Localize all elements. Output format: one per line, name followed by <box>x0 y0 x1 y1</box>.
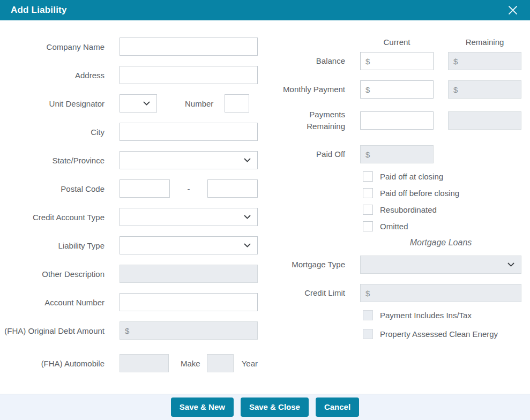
company-name-label: Company Name <box>0 41 104 52</box>
chevron-down-icon <box>507 262 514 267</box>
payments-remaining-row: Payments Remaining <box>282 109 530 132</box>
column-headers-row: Current Remaining <box>282 38 530 47</box>
monthly-payment-current-input[interactable] <box>360 80 434 99</box>
unit-number-input[interactable] <box>225 94 249 112</box>
omitted-row: Omitted <box>282 221 530 231</box>
monthly-payment-label: Monthly Payment <box>282 84 345 95</box>
address-label: Address <box>0 70 104 81</box>
paid-off-at-closing-checkbox[interactable] <box>363 171 373 182</box>
resubordinated-checkbox[interactable] <box>363 205 373 215</box>
dialog-footer: Save & New Save & Close Cancel <box>0 394 530 420</box>
fha-automobile-label: (FHA) Automobile <box>0 358 104 369</box>
mortgage-type-label: Mortgage Type <box>282 259 345 271</box>
property-assessed-clean-energy-label: Property Assessed Clean Energy <box>380 329 498 339</box>
paid-off-before-closing-checkbox[interactable] <box>363 188 373 198</box>
fha-automobile-row: (FHA) Automobile Make Year <box>0 354 271 372</box>
property-assessed-clean-energy-row: Property Assessed Clean Energy <box>282 329 530 339</box>
address-row: Address <box>0 66 271 84</box>
credit-account-type-label: Credit Account Type <box>0 212 104 223</box>
dialog-body: Company Name Address Unit Designator Num… <box>0 20 530 394</box>
mortgage-type-select[interactable] <box>360 256 521 274</box>
automobile-year-input <box>207 354 234 372</box>
chevron-down-icon <box>244 243 251 248</box>
postal-code-input[interactable] <box>120 179 170 198</box>
credit-account-type-select[interactable] <box>120 208 258 226</box>
city-label: City <box>0 126 104 138</box>
postal-code-plus4-input[interactable] <box>207 179 258 198</box>
liability-type-row: Liability Type <box>0 236 271 254</box>
omitted-checkbox[interactable] <box>363 221 373 231</box>
payments-remaining-current-input[interactable] <box>360 111 434 130</box>
monthly-payment-remaining-input <box>448 80 521 99</box>
fha-original-debt-label: (FHA) Original Debt Amount <box>0 325 104 336</box>
credit-limit-input <box>360 284 521 302</box>
unit-designator-row: Unit Designator Number <box>0 94 271 112</box>
current-column-header: Current <box>360 38 434 47</box>
state-province-row: State/Province <box>0 151 271 169</box>
paid-off-before-closing-label: Paid off before closing <box>380 189 459 198</box>
omitted-label: Omitted <box>380 222 408 231</box>
address-input[interactable] <box>120 66 258 84</box>
postal-code-separator: - <box>188 184 190 193</box>
payment-includes-ins-tax-row: Payment Includes Ins/Tax <box>282 310 530 320</box>
credit-account-type-row: Credit Account Type <box>0 208 271 226</box>
resubordinated-label: Resubordinated <box>380 205 437 214</box>
other-description-input <box>120 265 258 283</box>
paid-off-at-closing-row: Paid off at closing <box>282 171 530 182</box>
save-and-new-button[interactable]: Save & New <box>171 398 234 417</box>
mortgage-loans-section-header: Mortgage Loans <box>360 238 521 248</box>
fha-original-debt-row: (FHA) Original Debt Amount $ <box>0 321 271 340</box>
mortgage-type-row: Mortgage Type <box>282 256 530 274</box>
close-button[interactable] <box>506 4 519 17</box>
year-label: Year <box>242 359 258 368</box>
paid-off-label: Paid Off <box>282 148 345 160</box>
liability-type-select[interactable] <box>120 236 258 254</box>
credit-limit-row: Credit Limit $ <box>282 284 530 302</box>
chevron-down-icon <box>244 215 251 219</box>
dialog-header: Add Liability <box>0 0 530 20</box>
number-label: Number <box>185 99 213 108</box>
paid-off-row: Paid Off $ <box>282 145 530 163</box>
left-column: Company Name Address Unit Designator Num… <box>0 38 271 394</box>
chevron-down-icon <box>143 101 150 106</box>
fha-original-debt-input <box>120 321 258 340</box>
account-number-row: Account Number <box>0 293 271 311</box>
monthly-payment-row: Monthly Payment $ $ <box>282 80 530 99</box>
dialog-title: Add Liability <box>11 5 67 16</box>
other-description-row: Other Description <box>0 265 271 283</box>
account-number-input[interactable] <box>120 293 258 311</box>
save-and-close-button[interactable]: Save & Close <box>241 398 309 417</box>
state-province-select[interactable] <box>120 151 258 169</box>
chevron-down-icon <box>244 158 251 162</box>
other-description-label: Other Description <box>0 268 104 280</box>
credit-limit-label: Credit Limit <box>282 287 345 299</box>
payments-remaining-remaining-input <box>448 111 521 130</box>
balance-current-input[interactable] <box>360 52 434 70</box>
remaining-column-header: Remaining <box>448 38 521 47</box>
paid-off-before-closing-row: Paid off before closing <box>282 188 530 198</box>
balance-row: Balance $ $ <box>282 52 530 70</box>
balance-remaining-input <box>448 52 521 70</box>
resubordinated-row: Resubordinated <box>282 205 530 215</box>
cancel-button[interactable]: Cancel <box>316 398 359 417</box>
payments-remaining-label: Payments Remaining <box>282 109 345 132</box>
close-icon <box>508 5 518 15</box>
company-name-row: Company Name <box>0 38 271 56</box>
unit-designator-select[interactable] <box>120 94 157 112</box>
company-name-input[interactable] <box>120 38 258 56</box>
balance-label: Balance <box>282 55 345 67</box>
account-number-label: Account Number <box>0 297 104 308</box>
payment-includes-ins-tax-label: Payment Includes Ins/Tax <box>380 311 472 320</box>
property-assessed-clean-energy-checkbox <box>363 329 373 339</box>
paid-off-at-closing-label: Paid off at closing <box>380 172 443 181</box>
postal-code-label: Postal Code <box>0 183 104 194</box>
right-column: Current Remaining Balance $ $ Monthly Pa… <box>271 38 530 394</box>
paid-off-input <box>360 145 434 163</box>
fha-automobile-input <box>120 354 169 372</box>
payment-includes-ins-tax-checkbox <box>363 310 373 320</box>
unit-designator-label: Unit Designator <box>0 98 104 109</box>
make-label: Make <box>181 359 200 368</box>
city-input[interactable] <box>120 123 258 141</box>
city-row: City <box>0 123 271 141</box>
state-province-label: State/Province <box>0 155 104 166</box>
